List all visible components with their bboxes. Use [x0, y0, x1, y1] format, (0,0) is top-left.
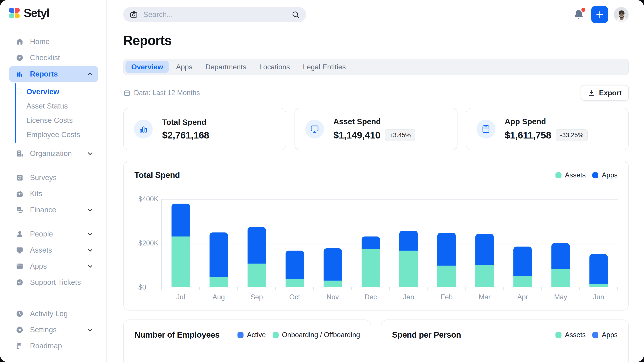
bar-feb	[438, 233, 456, 287]
sidebar-item-reports[interactable]: Reports	[9, 66, 98, 82]
stat-change-badge: +3.45%	[385, 129, 415, 141]
topbar-actions	[572, 6, 629, 23]
report-tabs: OverviewAppsDepartmentsLocationsLegal En…	[123, 59, 629, 75]
gear-icon	[15, 326, 24, 334]
tab-locations[interactable]: Locations	[253, 61, 296, 73]
bar-jan	[399, 231, 418, 287]
legend-chip	[238, 332, 244, 338]
main-content: Reports OverviewAppsDepartmentsLocations…	[107, 0, 644, 362]
sidebar-subitem-employee-costs[interactable]: Employee Costs	[9, 128, 106, 142]
camera-scan-icon[interactable]	[130, 10, 138, 19]
sidebar-item-people[interactable]: People	[9, 226, 98, 242]
bar-aug	[210, 232, 228, 287]
x-label-may: May	[542, 293, 580, 301]
app-window: Setyl Home Checklist Reports	[0, 0, 644, 362]
bottom-charts-row: Number of Employees ActiveOnboarding / O…	[123, 319, 629, 362]
sidebar-item-label: Checklist	[30, 54, 60, 62]
person-icon	[15, 230, 24, 238]
y-label: $400K	[138, 195, 158, 203]
x-axis-labels: JulAugSepOctNovDecJanFebMarAprMayJun	[161, 293, 618, 301]
sidebar-item-checklist[interactable]: Checklist	[9, 50, 98, 66]
legend-chip	[592, 332, 598, 338]
sidebar-item-label: Surveys	[30, 173, 56, 182]
sidebar-item-label: Apps	[30, 262, 47, 270]
legend-item: Active	[238, 331, 266, 339]
sidebar: Setyl Home Checklist Reports	[0, 0, 107, 362]
stat-change-badge: -33.25%	[556, 129, 588, 141]
chevron-down-icon	[86, 206, 94, 214]
stat-value: $1,149,410	[334, 130, 380, 141]
x-label-aug: Aug	[200, 293, 238, 301]
x-label-mar: Mar	[466, 293, 504, 301]
user-avatar[interactable]	[614, 7, 629, 22]
search-bar[interactable]	[123, 7, 306, 22]
legend-chip	[592, 172, 598, 178]
sidebar-item-kits[interactable]: Kits	[9, 186, 98, 202]
export-button[interactable]: Export	[581, 85, 629, 101]
chevron-down-icon	[86, 150, 94, 157]
x-label-sep: Sep	[238, 293, 276, 301]
total-spend-chart-card: Total Spend AssetsApps $400K$200K$0 JulA…	[123, 161, 629, 310]
add-button[interactable]	[591, 6, 608, 23]
legend-item: Apps	[592, 331, 618, 339]
stat-label: App Spend	[505, 117, 588, 126]
search-icon[interactable]	[291, 10, 300, 19]
sidebar-subitem-asset-status[interactable]: Asset Status	[9, 99, 106, 113]
sidebar-item-home[interactable]: Home	[9, 34, 98, 50]
spend-per-person-card: Spend per Person AssetsApps	[381, 319, 629, 362]
stat-value: $1,611,758	[505, 130, 551, 141]
download-icon	[588, 89, 596, 97]
home-icon	[15, 38, 24, 46]
bar-jul	[172, 204, 190, 287]
chart-title: Total Spend	[134, 170, 180, 180]
number-of-employees-card: Number of Employees ActiveOnboarding / O…	[123, 319, 371, 362]
notifications-button[interactable]	[572, 8, 586, 22]
sidebar-item-support-tickets[interactable]: Support Tickets	[9, 274, 98, 290]
plot-area	[161, 199, 618, 287]
app-stat-icon	[476, 120, 495, 139]
x-label-jan: Jan	[390, 293, 428, 301]
x-label-oct: Oct	[276, 293, 314, 301]
coins-icon	[15, 206, 24, 214]
sidebar-item-label: People	[30, 230, 53, 238]
sidebar-item-activity-log[interactable]: Activity Log	[9, 306, 98, 322]
x-label-apr: Apr	[504, 293, 542, 301]
sidebar-item-surveys[interactable]: Surveys	[9, 170, 98, 186]
search-input[interactable]	[143, 10, 286, 19]
bars	[162, 199, 618, 287]
stat-cards: Total Spend $2,761,168 Asset Spend $1,14…	[123, 108, 629, 150]
y-label: $200K	[138, 239, 158, 247]
tab-departments[interactable]: Departments	[200, 61, 252, 73]
sidebar-item-assets[interactable]: Assets	[9, 242, 98, 258]
legend-item: Assets	[556, 171, 586, 179]
y-label: $0	[138, 283, 146, 291]
bar-nov	[324, 248, 342, 287]
x-label-jun: Jun	[580, 293, 618, 301]
bar-mar	[476, 234, 494, 287]
tab-legal-entities[interactable]: Legal Entities	[297, 61, 352, 73]
export-label: Export	[599, 89, 622, 97]
app-card-icon	[15, 262, 24, 270]
sidebar-subitem-license-costs[interactable]: License Costs	[9, 113, 106, 128]
sidebar-item-label: Organization	[30, 149, 72, 158]
brand-logo[interactable]: Setyl	[9, 7, 106, 19]
sidebar-item-finance[interactable]: Finance	[9, 202, 98, 218]
sidebar-item-apps[interactable]: Apps	[9, 258, 98, 274]
x-label-dec: Dec	[352, 293, 390, 301]
sidebar-item-settings[interactable]: Settings	[9, 322, 98, 338]
chevron-up-icon	[86, 70, 94, 78]
stat-card-total-spend: Total Spend $2,761,168	[123, 108, 286, 150]
submenu-indicator-line	[15, 83, 16, 143]
chart-legend: ActiveOnboarding / Offboarding	[238, 331, 360, 339]
sidebar-item-roadmap[interactable]: Roadmap	[9, 338, 98, 354]
brand-name: Setyl	[24, 6, 49, 20]
sidebar-subitem-overview[interactable]: Overview	[9, 85, 106, 99]
x-label-jul: Jul	[162, 293, 200, 301]
stat-label: Asset Spend	[334, 117, 415, 126]
monitor-stat-icon	[305, 120, 324, 139]
sidebar-item-label: Reports	[30, 70, 58, 78]
tab-apps[interactable]: Apps	[170, 61, 198, 73]
setyl-logo-icon	[9, 8, 20, 18]
sidebar-item-organization[interactable]: Organization	[9, 145, 98, 162]
tab-overview[interactable]: Overview	[126, 61, 169, 73]
